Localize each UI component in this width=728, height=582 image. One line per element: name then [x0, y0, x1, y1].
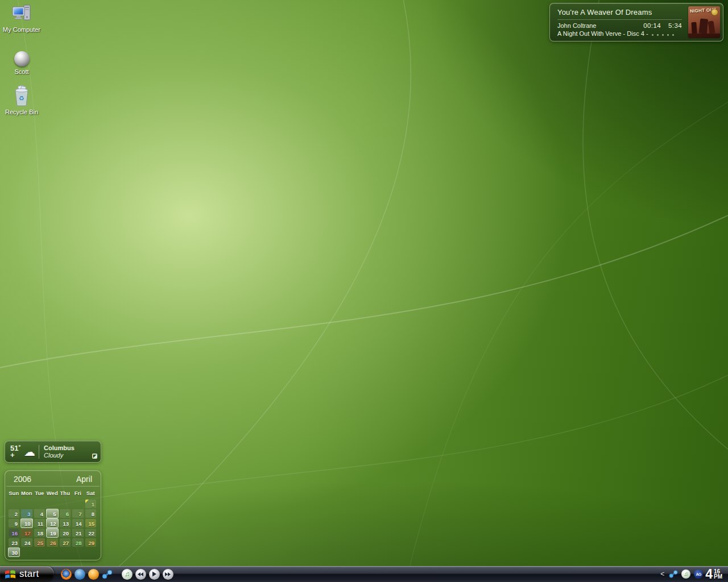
- calendar-day[interactable]: 2: [9, 509, 20, 518]
- calendar-day[interactable]: 16: [9, 529, 20, 537]
- calendar-day[interactable]: 18: [34, 529, 46, 537]
- expand-icon[interactable]: ◤: [92, 454, 97, 459]
- album-art[interactable]: NIGHT OUT: [688, 6, 720, 38]
- calendar-empty-cell: [60, 500, 71, 508]
- desktop-icon-my-computer[interactable]: My Computer: [1, 3, 42, 33]
- track-title: You're A Weaver Of Dreams: [557, 6, 682, 20]
- calendar-day[interactable]: 24: [21, 538, 32, 547]
- next-track-icon[interactable]: [163, 569, 173, 580]
- my-computer-icon: [1, 3, 42, 24]
- calendar-empty-cell: [9, 500, 20, 508]
- previous-track-icon[interactable]: [135, 569, 146, 580]
- calendar-day-headers: Sun Mon Tue Wed Thu Fri Sat: [5, 487, 101, 497]
- calendar-day[interactable]: 8: [85, 509, 97, 518]
- clock-ampm: PM: [714, 574, 722, 579]
- desktop-icon-label: Recycle Bin: [1, 109, 42, 115]
- add-location-button[interactable]: +: [10, 452, 24, 459]
- quick-launch: [61, 569, 113, 580]
- calendar-day[interactable]: 19: [46, 528, 59, 538]
- verve-logo-icon: [711, 9, 718, 16]
- calendar-day[interactable]: 25: [34, 538, 46, 547]
- recycle-bin-icon: ♻: [1, 85, 42, 107]
- tray-collapse-chevron[interactable]: <: [659, 570, 665, 578]
- divider: [39, 445, 39, 459]
- windows-logo-icon: [5, 568, 16, 580]
- desktop-icon-label: Scott: [1, 68, 42, 75]
- calendar-month[interactable]: April: [76, 475, 92, 484]
- amber-ball-icon[interactable]: [88, 569, 99, 580]
- calendar-day[interactable]: 9: [9, 519, 20, 527]
- calendar-empty-cell: [72, 500, 84, 508]
- calendar-day[interactable]: 23: [9, 538, 20, 547]
- desktop-icon-scott[interactable]: Scott: [1, 45, 42, 75]
- konfabulator-icon[interactable]: [102, 569, 113, 580]
- desktop: My Computer Scott ♻ Recycle Bin You're A…: [0, 0, 728, 582]
- calendar-day[interactable]: 4: [34, 509, 46, 518]
- calendar-empty-cell: [47, 500, 58, 508]
- calendar-day[interactable]: 30: [8, 547, 20, 557]
- start-button[interactable]: start: [0, 566, 54, 582]
- calendar-widget[interactable]: 2006 April Sun Mon Tue Wed Thu Fri Sat 1…: [5, 470, 101, 560]
- ag-badge-label: AG: [696, 572, 701, 576]
- cloud-icon: ☁: [24, 447, 35, 457]
- weather-condition: Cloudy: [44, 452, 75, 459]
- track-album: A Night Out With Verve - Disc 4 -: [557, 30, 648, 37]
- weather-widget[interactable]: 51˚ + ☁ Columbus Cloudy ◤: [5, 440, 101, 463]
- user-sphere-icon: [1, 45, 42, 66]
- calendar-day[interactable]: 7: [72, 509, 84, 518]
- calendar-year[interactable]: 2006: [14, 475, 31, 484]
- calendar-day[interactable]: 21: [72, 529, 84, 537]
- calendar-day[interactable]: 12: [46, 518, 59, 528]
- calendar-day[interactable]: 13: [60, 519, 71, 527]
- start-button-label: start: [19, 568, 39, 580]
- calendar-day[interactable]: 29: [85, 538, 97, 547]
- itunes-tray-icon[interactable]: ♫: [681, 569, 690, 579]
- system-tray: < ♫ AG: [659, 569, 703, 579]
- desktop-icon-label: My Computer: [1, 26, 42, 33]
- clock-hour: 4: [705, 568, 713, 580]
- track-artist: John Coltrane: [557, 22, 597, 29]
- calendar-day[interactable]: 15: [85, 519, 97, 527]
- ag-tray-icon[interactable]: AG: [694, 569, 703, 579]
- calendar-day[interactable]: 10: [20, 518, 33, 528]
- calendar-day[interactable]: 28: [72, 538, 84, 547]
- sticky-corner-icon: [85, 500, 89, 503]
- svg-text:♻: ♻: [19, 95, 24, 102]
- desktop-icon-recycle-bin[interactable]: ♻ Recycle Bin: [1, 85, 42, 115]
- calendar-empty-cell: [21, 500, 32, 508]
- thunderbird-icon[interactable]: [75, 569, 85, 580]
- konfabulator-tray-icon[interactable]: [669, 569, 678, 579]
- calendar-day[interactable]: 27: [60, 538, 71, 547]
- calendar-day[interactable]: 3: [21, 509, 32, 518]
- calendar-day[interactable]: 22: [85, 529, 97, 537]
- background-arcs: [0, 0, 728, 582]
- calendar-day[interactable]: 17: [21, 529, 32, 537]
- media-controls: ♫: [122, 569, 173, 580]
- calendar-day[interactable]: 26: [47, 538, 58, 547]
- calendar-day[interactable]: 11: [34, 519, 46, 527]
- firefox-icon[interactable]: [61, 569, 72, 580]
- music-player-widget[interactable]: You're A Weaver Of Dreams John Coltrane …: [549, 3, 723, 41]
- rating-dots[interactable]: [652, 34, 674, 36]
- itunes-icon[interactable]: ♫: [122, 569, 133, 580]
- music-info: You're A Weaver Of Dreams John Coltrane …: [550, 3, 682, 41]
- weather-city: Columbus: [44, 444, 75, 452]
- calendar-day[interactable]: 6: [60, 509, 71, 518]
- play-icon[interactable]: [149, 569, 160, 580]
- calendar-day[interactable]: 5: [46, 509, 59, 518]
- calendar-empty-cell: [34, 500, 46, 508]
- track-times: 00:145:34: [643, 22, 682, 29]
- taskbar: start ♫: [0, 566, 728, 582]
- calendar-grid: 1234567891011121314151617181920212223242…: [5, 497, 101, 557]
- calendar-day[interactable]: 20: [60, 529, 71, 537]
- taskbar-clock[interactable]: 4 16 PM: [705, 568, 722, 580]
- calendar-day[interactable]: 14: [72, 519, 84, 527]
- calendar-day[interactable]: 1: [85, 500, 97, 508]
